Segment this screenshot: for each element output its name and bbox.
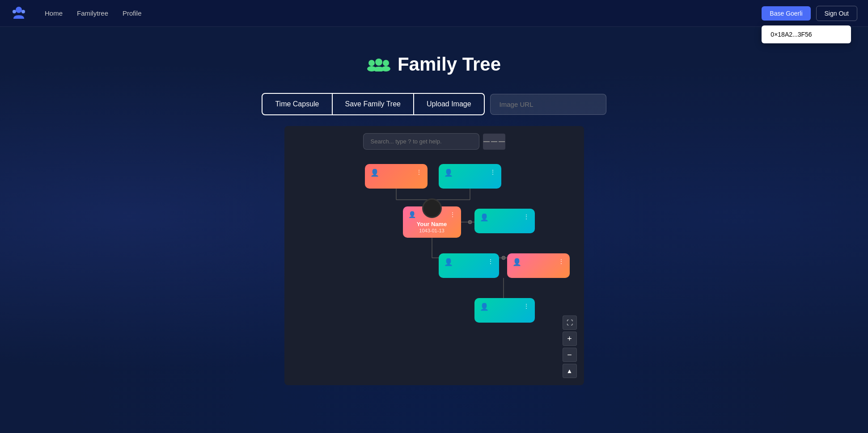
node-4-menu-icon[interactable]: ⋮: [487, 258, 494, 265]
nav-logo: [11, 5, 27, 21]
nav-links: Home Familytree Profile: [45, 9, 762, 17]
page-title-section: Family Tree: [367, 54, 501, 75]
canvas-search-input[interactable]: [363, 133, 479, 150]
node-6-user-icon: 👤: [480, 303, 489, 311]
tree-node-3[interactable]: 👤 ⋮: [474, 209, 535, 233]
nav-home[interactable]: Home: [45, 9, 63, 17]
main-content: Family Tree Time Capsule Save Family Tre…: [0, 27, 868, 385]
node-5-user-icon: 👤: [512, 258, 521, 266]
nav-profile[interactable]: Profile: [123, 9, 142, 17]
tree-node-5[interactable]: 👤 ⋮: [507, 253, 570, 278]
canvas-search-bar: [363, 133, 505, 150]
svg-point-14: [468, 220, 472, 224]
zoom-out-button[interactable]: −: [563, 348, 577, 362]
wallet-address-dropdown: 0×18A2...3F56: [762, 25, 851, 43]
svg-point-18: [502, 256, 505, 260]
zoom-controls: ⛶ + − ▲: [563, 315, 577, 378]
node-2-menu-icon[interactable]: ⋮: [490, 168, 496, 176]
tree-node-2[interactable]: 👤 ⋮: [439, 164, 501, 189]
time-capsule-button[interactable]: Time Capsule: [262, 93, 332, 115]
people-icon: [367, 57, 390, 71]
tree-canvas: 👤 ⋮ 👤 ⋮ 👤 ⋮ Your Name 1043-01-13 👤 ⋮ 👤 ⋮: [284, 126, 584, 385]
svg-point-5: [383, 60, 389, 66]
main-node-avatar: [422, 198, 442, 218]
upload-image-button[interactable]: Upload Image: [414, 93, 485, 115]
svg-point-2: [21, 10, 25, 13]
zoom-fit-button[interactable]: ⛶: [563, 315, 577, 330]
svg-point-0: [16, 7, 22, 13]
node-6-menu-icon[interactable]: ⋮: [523, 303, 529, 310]
canvas-search-button[interactable]: [483, 134, 505, 150]
node-4-user-icon: 👤: [444, 258, 453, 266]
save-family-tree-button[interactable]: Save Family Tree: [333, 93, 414, 115]
node-main-menu-icon[interactable]: ⋮: [449, 211, 456, 218]
main-node-name: Your Name: [417, 221, 447, 228]
node-3-menu-icon[interactable]: ⋮: [523, 213, 529, 220]
node-5-menu-icon[interactable]: ⋮: [558, 258, 564, 265]
image-url-input[interactable]: [490, 94, 606, 115]
node-2-user-icon: 👤: [444, 168, 453, 177]
nav-right: Base Goerli Sign Out 0×18A2...3F56: [762, 6, 857, 21]
zoom-up-button[interactable]: ▲: [563, 364, 577, 378]
main-node-date: 1043-01-13: [419, 228, 444, 233]
node-3-user-icon: 👤: [480, 213, 489, 222]
svg-point-4: [375, 59, 382, 66]
search-line-1: [483, 141, 490, 142]
page-title: Family Tree: [398, 54, 501, 75]
navbar: Home Familytree Profile Base Goerli Sign…: [0, 0, 868, 27]
tree-node-main[interactable]: 👤 ⋮ Your Name 1043-01-13: [403, 206, 461, 238]
search-line-3: [499, 141, 505, 142]
node-1-user-icon: 👤: [370, 168, 379, 177]
node-1-menu-icon[interactable]: ⋮: [416, 168, 422, 176]
node-main-user-icon: 👤: [408, 211, 416, 218]
tree-node-4[interactable]: 👤 ⋮: [439, 253, 499, 278]
tree-node-1[interactable]: 👤 ⋮: [365, 164, 428, 189]
base-goerli-button[interactable]: Base Goerli: [762, 6, 810, 21]
toolbar: Time Capsule Save Family Tree Upload Ima…: [262, 93, 606, 115]
tree-node-6[interactable]: 👤 ⋮: [474, 298, 535, 323]
nav-familytree[interactable]: Familytree: [77, 9, 108, 17]
svg-point-1: [13, 10, 16, 13]
svg-point-3: [368, 60, 375, 66]
search-line-2: [491, 141, 497, 142]
zoom-in-button[interactable]: +: [563, 332, 577, 346]
svg-point-8: [381, 66, 390, 71]
sign-out-button[interactable]: Sign Out: [816, 6, 857, 21]
logo-icon: [11, 5, 27, 21]
